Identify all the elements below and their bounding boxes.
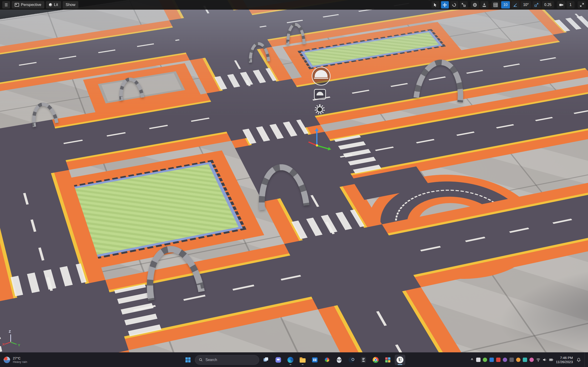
camera-speed-button[interactable] — [557, 1, 565, 8]
viewport-toolbar-left: ☰ Perspective Lit Show — [2, 1, 78, 8]
concrete-block-surface — [98, 71, 185, 103]
gizmo-y-axis[interactable] — [317, 145, 329, 149]
tray-icon-9[interactable] — [529, 358, 534, 362]
tray-icon-6[interactable] — [510, 358, 514, 362]
lit-sphere-icon — [49, 3, 52, 6]
move-icon — [443, 3, 447, 7]
camera-speed-value[interactable]: 1 — [567, 1, 574, 8]
search-icon — [199, 358, 203, 362]
move-tool-button[interactable] — [441, 1, 449, 8]
immersive-mode-button[interactable] — [578, 1, 586, 8]
tray-icon-8[interactable] — [523, 358, 527, 362]
cursor-icon — [433, 3, 438, 7]
show-desktop-button[interactable] — [585, 352, 586, 367]
sky-light-gizmo[interactable] — [312, 67, 330, 85]
tray-icon-4[interactable] — [496, 358, 501, 362]
axis-z-line — [10, 334, 11, 342]
taskbar-app-grid[interactable] — [383, 355, 393, 365]
viewport-options-menu-button[interactable]: ☰ — [2, 1, 10, 8]
hidden-icons-chevron[interactable]: ^ — [470, 358, 474, 362]
photos-icon — [324, 357, 330, 363]
grid-snap-value[interactable]: 10 — [501, 1, 510, 8]
rotate-icon — [452, 3, 456, 7]
network-volume-battery-button[interactable] — [536, 358, 553, 362]
taskbar-center: U — [183, 352, 405, 367]
transform-gizmo[interactable] — [304, 128, 330, 154]
world-space-toggle-button[interactable] — [471, 1, 479, 8]
axis-gizmo: Z X Y — [2, 330, 24, 350]
search-input[interactable] — [205, 358, 255, 362]
grid-snap-toggle-button[interactable] — [492, 1, 500, 8]
clock-date: 11/26/2023 — [556, 360, 573, 364]
axis-y-line — [10, 342, 17, 344]
windows-taskbar: 27°C Heavy rain U — [0, 352, 588, 367]
axis-x-line — [4, 342, 10, 344]
angle-snap-icon — [513, 3, 518, 7]
viewport-toolbar: ☰ Perspective Lit Show — [0, 0, 588, 10]
taskbar-app-edge[interactable] — [285, 355, 296, 365]
start-button[interactable] — [183, 355, 193, 365]
show-label: Show — [66, 2, 76, 7]
weather-icon — [4, 357, 10, 363]
hamburger-menu-icon: ☰ — [5, 3, 8, 7]
unreal-engine-icon: U — [397, 357, 404, 363]
taskbar-app-chrome[interactable] — [371, 355, 381, 365]
axis-x-label: X — [2, 342, 5, 346]
steam-icon — [348, 357, 354, 363]
wifi-icon — [536, 358, 540, 362]
tray-icon-1[interactable] — [476, 358, 481, 362]
sun-light-gizmo[interactable] — [315, 104, 325, 115]
taskbar-app-store[interactable] — [310, 355, 320, 365]
windows-logo-icon — [186, 357, 191, 362]
rotate-tool-button[interactable] — [450, 1, 458, 8]
perspective-dropdown[interactable]: Perspective — [12, 1, 44, 8]
surface-snap-icon — [482, 3, 486, 7]
weather-condition: Heavy rain — [13, 360, 27, 364]
axis-y-label: Y — [18, 343, 20, 347]
notification-center-button[interactable] — [575, 358, 582, 362]
app-grid-icon — [385, 357, 391, 363]
clock-time: 7:46 PM — [556, 356, 573, 360]
tray-icon-2[interactable] — [483, 358, 487, 362]
maximize-icon — [580, 3, 584, 7]
clock[interactable]: 7:46 PM 11/26/2023 — [556, 356, 573, 364]
rotation-snap-value[interactable]: 10° — [521, 1, 531, 8]
toolbar-separator — [469, 2, 469, 8]
weather-temperature: 27°C — [13, 356, 27, 360]
task-view-icon — [264, 357, 269, 362]
file-explorer-icon — [300, 358, 306, 363]
toolbar-separator — [490, 2, 490, 8]
taskbar-app-alienware[interactable] — [334, 355, 345, 365]
gizmo-origin[interactable] — [316, 144, 318, 147]
scale-snap-icon — [534, 3, 539, 7]
globe-icon — [473, 3, 477, 7]
tray-icon-5[interactable] — [503, 358, 507, 362]
viewport-3d[interactable]: Z X Y ☰ Perspective Lit Show — [0, 0, 588, 352]
taskbar-app-epic-games[interactable] — [358, 355, 369, 365]
search-box[interactable] — [195, 355, 259, 365]
scale-tool-button[interactable] — [460, 1, 468, 8]
taskbar-app-chat[interactable] — [273, 355, 284, 365]
camera-icon — [559, 3, 563, 7]
widgets-weather-button[interactable]: 27°C Heavy rain — [0, 352, 31, 367]
tray-icon-7[interactable] — [516, 358, 520, 362]
gizmo-z-axis[interactable] — [316, 131, 317, 145]
select-tool-button[interactable] — [432, 1, 439, 8]
scale-snap-value[interactable]: 0.25 — [542, 1, 554, 8]
taskbar-app-unreal-engine[interactable]: U — [395, 355, 405, 365]
view-mode-dropdown[interactable]: Lit — [46, 1, 61, 8]
system-tray: ^ 7:46 PM 11/26/2023 — [470, 352, 588, 367]
tray-icon-3[interactable] — [489, 358, 494, 362]
taskbar-app-photos[interactable] — [322, 355, 332, 365]
surface-snapping-button[interactable] — [481, 1, 488, 8]
taskbar-app-file-explorer[interactable] — [297, 355, 308, 365]
rotation-snap-toggle-button[interactable] — [511, 1, 519, 8]
battery-icon — [549, 358, 553, 362]
scale-icon — [461, 3, 466, 7]
task-view-button[interactable] — [261, 355, 271, 365]
chat-icon — [276, 357, 281, 363]
scale-snap-toggle-button[interactable] — [533, 1, 540, 8]
taskbar-app-steam[interactable] — [346, 355, 357, 365]
sky-atmosphere-gizmo[interactable] — [314, 89, 326, 100]
show-dropdown[interactable]: Show — [63, 1, 78, 8]
